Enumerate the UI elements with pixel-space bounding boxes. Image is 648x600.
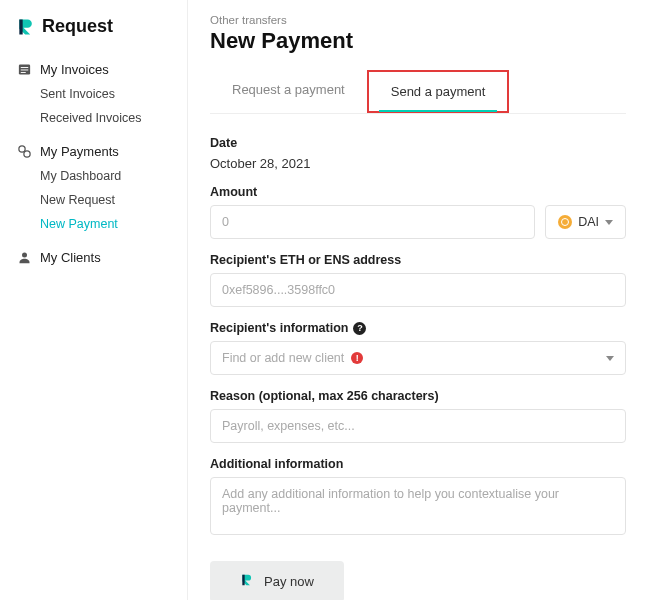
brand-name: Request — [42, 16, 113, 37]
recipient-address-input[interactable] — [210, 273, 626, 307]
reason-label: Reason (optional, max 256 characters) — [210, 389, 626, 403]
tab-send-payment[interactable]: Send a payment — [367, 70, 510, 113]
dai-icon — [558, 215, 572, 229]
currency-select[interactable]: DAI — [545, 205, 626, 239]
sidebar: Request My Invoices Sent Invoices Receiv… — [0, 0, 188, 600]
sidebar-item-new-request[interactable]: New Request — [40, 189, 177, 211]
pay-now-label: Pay now — [264, 574, 314, 589]
main-content: Other transfers New Payment Request a pa… — [188, 0, 648, 600]
svg-rect-3 — [20, 72, 25, 73]
chevron-down-icon — [605, 220, 613, 225]
svg-rect-2 — [20, 69, 28, 70]
additional-info-textarea[interactable] — [210, 477, 626, 535]
recipient-info-label: Recipient's information ? — [210, 321, 626, 335]
currency-label: DAI — [578, 215, 599, 229]
error-badge-icon: ! — [351, 352, 363, 364]
chevron-down-icon — [606, 356, 614, 361]
tab-request-payment[interactable]: Request a payment — [210, 70, 367, 113]
sidebar-item-new-payment[interactable]: New Payment — [40, 213, 177, 235]
breadcrumb: Other transfers — [210, 14, 626, 26]
sidebar-section-label: My Payments — [40, 144, 119, 159]
date-label: Date — [210, 136, 626, 150]
sidebar-section-label: My Invoices — [40, 62, 109, 77]
reason-input[interactable] — [210, 409, 626, 443]
request-logo-icon — [16, 17, 36, 37]
sidebar-section-label: My Clients — [40, 250, 101, 265]
recipient-info-placeholder: Find or add new client — [222, 351, 344, 365]
sidebar-item-received-invoices[interactable]: Received Invoices — [40, 107, 177, 129]
sidebar-section-invoices[interactable]: My Invoices — [10, 55, 177, 83]
recipient-address-label: Recipient's ETH or ENS address — [210, 253, 626, 267]
swap-icon — [16, 143, 32, 159]
sidebar-item-my-dashboard[interactable]: My Dashboard — [40, 165, 177, 187]
page-title: New Payment — [210, 28, 626, 54]
additional-info-label: Additional information — [210, 457, 626, 471]
sidebar-section-payments[interactable]: My Payments — [10, 137, 177, 165]
svg-point-4 — [18, 145, 24, 151]
user-icon — [16, 249, 32, 265]
tabs: Request a payment Send a payment — [210, 70, 626, 114]
sidebar-section-clients[interactable]: My Clients — [10, 243, 177, 271]
amount-label: Amount — [210, 185, 626, 199]
pay-now-button[interactable]: Pay now — [210, 561, 344, 600]
svg-point-5 — [23, 150, 29, 156]
document-list-icon — [16, 61, 32, 77]
svg-rect-1 — [20, 67, 28, 68]
recipient-info-select[interactable]: Find or add new client ! — [210, 341, 626, 375]
help-icon[interactable]: ? — [353, 322, 366, 335]
brand-logo[interactable]: Request — [10, 12, 177, 55]
amount-input[interactable] — [210, 205, 535, 239]
svg-point-6 — [22, 252, 27, 257]
request-logo-icon — [240, 573, 254, 590]
sidebar-item-sent-invoices[interactable]: Sent Invoices — [40, 83, 177, 105]
date-value: October 28, 2021 — [210, 156, 626, 171]
